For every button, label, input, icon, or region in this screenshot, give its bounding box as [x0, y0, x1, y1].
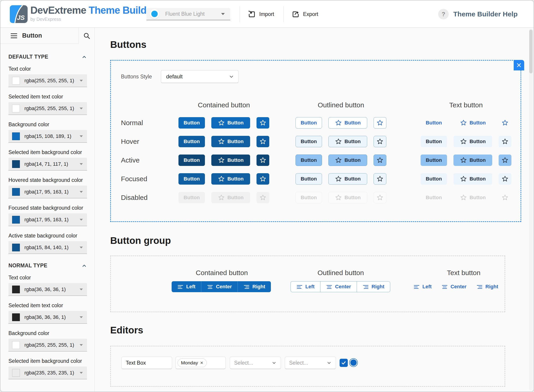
star-icon	[259, 176, 266, 182]
outlined-normal-button[interactable]: Button	[296, 117, 322, 129]
textbtn-normal-button[interactable]: Button	[421, 117, 447, 129]
checkbox-checked[interactable]	[339, 359, 348, 367]
outlined-focused-star-button[interactable]: Button	[328, 173, 367, 185]
contained-normal-button[interactable]: Button	[178, 117, 205, 129]
contained-normal-icon-only-button[interactable]	[257, 117, 269, 129]
align-right-icon	[363, 284, 369, 290]
remove-tag-icon[interactable]: ✕	[200, 361, 203, 365]
button-label: Button	[228, 176, 244, 182]
contained-hover-star-button[interactable]: Button	[211, 136, 250, 147]
buttons-style-select[interactable]: default	[161, 70, 238, 83]
buttons-preview-panel[interactable]: Buttons Style default Contained buttonOu…	[110, 60, 521, 222]
color-field-text-color[interactable]: rgba(255, 255, 255, 1)	[9, 74, 87, 87]
outlined-active-icon-only-button[interactable]	[374, 154, 386, 166]
textbtn-active-icon-only-button[interactable]	[499, 154, 511, 166]
textbtn-focused-icon-only-button[interactable]	[499, 173, 511, 185]
star-icon	[377, 138, 383, 145]
vertical-scrollbar	[529, 29, 533, 391]
color-field-background-color[interactable]: rgba(255, 255, 255, 1)	[9, 339, 87, 351]
text-group-left-button[interactable]: Left	[414, 281, 432, 292]
outlined-disabled-star-button: Button	[328, 192, 367, 203]
select-box-1[interactable]: Select...	[230, 357, 281, 369]
group-column-header-outlined-button: Outlined button	[291, 269, 391, 277]
textbtn-normal-star-button[interactable]: Button	[453, 117, 492, 129]
contained-group-center-button[interactable]: Center	[201, 281, 238, 292]
button-group-preview-panel[interactable]: Contained buttonOutlined buttonText butt…	[110, 256, 505, 312]
color-field-focused-state-background-color[interactable]: rgba(17, 95, 163, 1)	[9, 213, 87, 226]
color-value: rgba(17, 95, 163, 1)	[24, 217, 80, 223]
tag-box-input[interactable]: Monday ✕	[176, 357, 226, 369]
search-button[interactable]	[78, 28, 95, 44]
button-label: Button	[345, 195, 361, 201]
color-swatch	[12, 285, 20, 293]
button-label: Button	[470, 157, 486, 163]
contained-hover-icon-only-button[interactable]	[257, 136, 269, 147]
outlined-hover-star-button[interactable]: Button	[328, 136, 367, 147]
outlined-hover-button[interactable]: Button	[296, 136, 322, 147]
textbtn-active-button[interactable]: Button	[421, 154, 447, 166]
contained-hover-button[interactable]: Button	[178, 136, 205, 147]
textbtn-hover-icon-only-button[interactable]	[499, 136, 511, 147]
scrollbar-thumb[interactable]	[529, 30, 533, 73]
color-field-selected-item-background-color[interactable]: rgba(235, 235, 235, 1)	[9, 366, 87, 379]
textbtn-active-star-button[interactable]: Button	[453, 154, 492, 166]
select-box-2[interactable]: Select...	[285, 357, 336, 369]
contained-group-left-button[interactable]: Left	[172, 281, 201, 292]
editors-preview-panel[interactable]: Text Box Monday ✕ Select... Select...	[110, 346, 505, 387]
textbtn-hover-star-button[interactable]: Button	[453, 136, 492, 147]
help-icon[interactable]: ?	[438, 9, 449, 19]
outlined-normal-icon-only-button[interactable]	[374, 117, 386, 129]
outlined-focused-button[interactable]: Button	[296, 173, 322, 185]
contained-focused-icon-only-button[interactable]	[257, 173, 269, 185]
buttons-style-row: Buttons Style default	[121, 70, 238, 83]
group-column-header-contained-button: Contained button	[172, 269, 272, 277]
textbtn-focused-star-button[interactable]: Button	[453, 173, 492, 185]
text-box-input[interactable]: Text Box	[121, 357, 172, 369]
help-link[interactable]: Theme Builder Help	[453, 10, 518, 18]
outlined-group-left-button[interactable]: Left	[291, 281, 320, 292]
contained-active-icon-only-button[interactable]	[257, 154, 269, 166]
color-field-text-color[interactable]: rgba(36, 36, 36, 1)	[9, 283, 87, 296]
setting-label: Background color	[9, 330, 87, 336]
outlined-group-center-button[interactable]: Center	[320, 281, 357, 292]
export-button[interactable]: Export	[291, 0, 318, 28]
section-header-default-type[interactable]: DEFAULT TYPE	[9, 54, 87, 60]
outlined-focused-icon-only-button[interactable]	[374, 173, 386, 185]
textbtn-focused-button[interactable]: Button	[421, 173, 447, 185]
color-field-selected-item-text-color[interactable]: rgba(36, 36, 36, 1)	[9, 311, 87, 324]
contained-active-star-button[interactable]: Button	[211, 154, 250, 166]
deselect-widget-button[interactable]	[514, 60, 524, 70]
contained-normal-star-button[interactable]: Button	[211, 117, 250, 129]
button-group-heading: Button group	[110, 235, 171, 246]
outlined-active-button[interactable]: Button	[296, 154, 322, 166]
chevron-down-icon	[327, 360, 332, 365]
color-swatch	[12, 77, 20, 84]
outlined-group-right-button[interactable]: Right	[357, 281, 390, 292]
contained-active-button[interactable]: Button	[178, 154, 205, 166]
contained-focused-button[interactable]: Button	[178, 173, 205, 185]
color-field-selected-item-text-color[interactable]: rgba(255, 255, 255, 1)	[9, 102, 87, 115]
section-header-normal-type[interactable]: NORMAL TYPE	[9, 262, 87, 269]
outlined-hover-icon-only-button[interactable]	[374, 136, 386, 147]
align-left-icon	[296, 284, 303, 290]
contained-group-right-button[interactable]: Right	[238, 281, 271, 292]
setting-hovered-state-background-color: Hovered state background colorrgba(17, 9…	[9, 177, 87, 198]
app-header: JS DevExtreme Theme Builder by DevExpres…	[0, 0, 534, 28]
textbtn-hover-button[interactable]: Button	[421, 136, 447, 147]
color-field-background-color[interactable]: rgba(15, 108, 189, 1)	[9, 130, 87, 143]
button-label: Button	[426, 176, 442, 182]
import-button[interactable]: Import	[247, 0, 274, 28]
text-group-center-button[interactable]: Center	[442, 281, 467, 292]
color-field-active-state-background-color[interactable]: rgba(15, 84, 140, 1)	[9, 241, 87, 254]
outlined-active-star-button[interactable]: Button	[328, 154, 367, 166]
radio-button-selected[interactable]	[350, 359, 357, 366]
color-field-selected-item-background-color[interactable]: rgba(14, 71, 117, 1)	[9, 158, 87, 170]
contained-focused-star-button[interactable]: Button	[211, 173, 250, 185]
textbtn-active-cell: ButtonButton	[421, 154, 511, 166]
textbtn-normal-icon-only-button[interactable]	[499, 117, 511, 129]
text-group-right-button[interactable]: Right	[477, 281, 498, 292]
menu-icon[interactable]	[11, 33, 17, 38]
color-field-hovered-state-background-color[interactable]: rgba(17, 95, 163, 1)	[9, 186, 87, 198]
outlined-normal-star-button[interactable]: Button	[328, 117, 367, 129]
theme-select[interactable]: Fluent Blue Light	[147, 8, 230, 20]
